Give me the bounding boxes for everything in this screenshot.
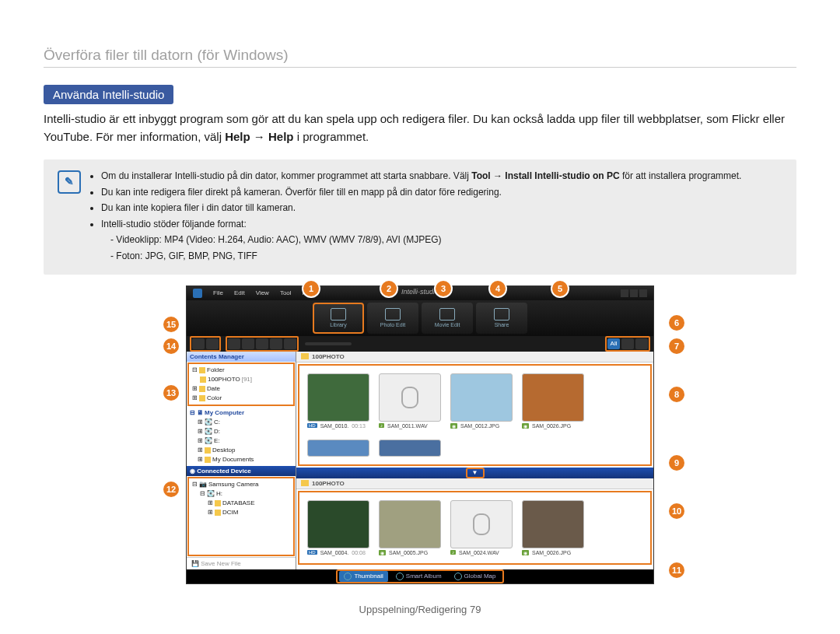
sidebar-head-connected: ◉ Connected Device: [187, 466, 296, 476]
callout-13: 13: [163, 385, 179, 401]
folder-icon: [301, 480, 309, 486]
thumbnail-grid-top[interactable]: HDSAM_0010. 00:13 ♪SAM_0011.WAV ◉SAM_001…: [299, 366, 650, 464]
globe-icon: [454, 573, 462, 580]
folder-icon: [200, 377, 206, 383]
tab-smart-album[interactable]: Smart Album: [391, 571, 446, 582]
mode-share[interactable]: Share: [476, 303, 527, 334]
drive-icon: 💽: [205, 436, 212, 446]
note-bullet: Du kan inte kopiera filer i din dator ti…: [101, 201, 782, 215]
mode-library[interactable]: Library: [313, 303, 364, 334]
folder-icon: [199, 367, 205, 373]
note-subbullet: Videoklipp: MP4 (Video: H.264, Audio: AA…: [110, 233, 782, 247]
menu-tool[interactable]: Tool: [280, 289, 292, 296]
mode-photo-edit[interactable]: Photo Edit: [367, 303, 418, 334]
thumbnail[interactable]: ♪SAM_0011.WAV: [379, 373, 439, 429]
mycomputer-tree[interactable]: ⊟🖥My Computer ⊞💽C: ⊞💽D: ⊞💽E: ⊞Desktop ⊞M…: [187, 407, 296, 466]
manual-page: Överföra filer till datorn (för Windows)…: [0, 0, 840, 634]
note-bullet: Du kan inte redigera filer direkt på kam…: [101, 185, 782, 200]
tool-buttons[interactable]: [226, 336, 299, 352]
thumbnail[interactable]: ♪SAM_0024.WAV: [450, 500, 511, 555]
contents-tree[interactable]: ⊟Folder 100PHOTO [91] ⊞Date ⊞Color: [187, 363, 295, 406]
save-new-file[interactable]: 💾 Save New File: [187, 557, 296, 569]
thumbnail[interactable]: HDSAM_0004. 00:08: [307, 500, 368, 555]
note-bullet: Intelli-studio stöder följande format: V…: [101, 217, 782, 264]
subsection-badge: Använda Intelli-studio: [44, 85, 173, 104]
folder-icon: [215, 500, 221, 506]
folder-icon: [199, 395, 205, 401]
filter-buttons[interactable]: All: [605, 336, 650, 352]
computer-icon: 🖥: [197, 408, 203, 418]
menu-file[interactable]: File: [213, 289, 223, 296]
callout-3: 3: [436, 281, 451, 296]
tab-global-map[interactable]: Global Map: [450, 571, 501, 582]
tool-icon[interactable]: [242, 338, 254, 349]
filter-all[interactable]: All: [607, 338, 620, 349]
device-tree[interactable]: ⊟📷Samsung Camera ⊟💽H: ⊞ DATABASE ⊞ DCIM: [187, 477, 295, 556]
window-buttons[interactable]: [621, 289, 647, 297]
intelli-studio-window: Intelli-studio File Edit View Tool Help …: [186, 285, 654, 584]
bottom-tabs[interactable]: Thumbnail Smart Album Global Map: [187, 569, 653, 583]
filter-photo-icon[interactable]: [621, 338, 634, 349]
mic-icon: [401, 387, 418, 408]
thumbnail[interactable]: ◉SAM_0026.JPG: [522, 373, 583, 429]
photo-edit-icon: [385, 308, 401, 321]
thumbnail[interactable]: [379, 440, 439, 457]
page-footer: Uppspelning/Redigering 79: [0, 604, 840, 615]
content-pane: 100PHOTO HDSAM_0010. 00:13 ♪SAM_0011.WAV…: [296, 352, 653, 569]
tool-icon[interactable]: [256, 338, 268, 349]
note-icon: ✎: [58, 170, 81, 194]
callout-5: 5: [552, 281, 568, 296]
drive-icon: 💽: [207, 489, 215, 499]
tool-icon[interactable]: [284, 338, 296, 349]
menu-edit[interactable]: Edit: [234, 289, 245, 296]
intro-paragraph: Intelli-studio är ett inbyggt program so…: [44, 110, 796, 145]
section-title: Överföra filer till datorn (för Windows): [44, 47, 796, 68]
tool-icon[interactable]: [228, 338, 240, 349]
mode-movie-edit[interactable]: Movie Edit: [422, 303, 473, 334]
main-area: Contents Manager ⊟Folder 100PHOTO [91] ⊞…: [187, 352, 653, 569]
thumbnail[interactable]: ◉SAM_0005.JPG: [379, 500, 439, 555]
callout-4: 4: [490, 281, 506, 296]
menu-view[interactable]: View: [256, 289, 269, 296]
nav-back-icon[interactable]: [192, 338, 205, 349]
app-logo-icon: [193, 289, 202, 298]
figure-wrap: 1 2 3 4 5 6 7 8 9 10 11 12 13 14 15 Inte…: [140, 285, 700, 584]
callout-7: 7: [669, 338, 684, 354]
breadcrumb[interactable]: 100PHOTO: [296, 352, 653, 363]
zoom-slider[interactable]: [305, 342, 352, 345]
breadcrumb-bottom[interactable]: 100PHOTO: [296, 478, 653, 489]
folder-icon: [215, 510, 221, 516]
mic-icon: [473, 513, 490, 535]
separator-bar[interactable]: ▼: [296, 468, 653, 478]
nav-forward-icon[interactable]: [206, 338, 219, 349]
thumbnail[interactable]: HDSAM_0010. 00:13: [307, 373, 368, 429]
library-icon: [331, 308, 346, 321]
nav-buttons[interactable]: [190, 336, 221, 352]
thumbnail[interactable]: [307, 440, 368, 457]
thumbnail[interactable]: ◉SAM_0026.JPG: [522, 500, 583, 555]
callout-6: 6: [669, 315, 684, 331]
mode-toolbar: Library Photo Edit Movie Edit Share: [187, 300, 653, 336]
album-icon: [396, 573, 404, 580]
share-icon: [494, 308, 509, 321]
folder-icon: [301, 353, 309, 359]
movie-edit-icon: [439, 308, 455, 321]
note-bullet: Om du installerar Intelli-studio på din …: [101, 169, 782, 184]
chevron-down-icon[interactable]: ▼: [466, 468, 485, 478]
filter-audio-icon[interactable]: [635, 338, 648, 349]
grid-icon: [344, 573, 352, 580]
tab-thumbnail[interactable]: Thumbnail: [339, 571, 387, 582]
sidebar-head-contents: Contents Manager: [187, 352, 296, 362]
callout-12: 12: [163, 482, 179, 497]
sub-toolbar: All: [187, 336, 653, 352]
folder-icon: [199, 386, 205, 392]
app-title: Intelli-studio: [401, 288, 439, 296]
callout-11: 11: [669, 562, 684, 578]
thumbnail-grid-bottom[interactable]: HDSAM_0004. 00:08 ◉SAM_0005.JPG ♪SAM_002…: [299, 492, 650, 563]
note-subbullet: Foton: JPG, GIF, BMP, PNG, TIFF: [110, 249, 782, 264]
tool-icon[interactable]: [270, 338, 282, 349]
callout-14: 14: [163, 338, 179, 354]
drive-icon: 💽: [205, 427, 212, 436]
folder-icon: [205, 447, 211, 454]
thumbnail[interactable]: ◉SAM_0012.JPG: [450, 373, 511, 429]
